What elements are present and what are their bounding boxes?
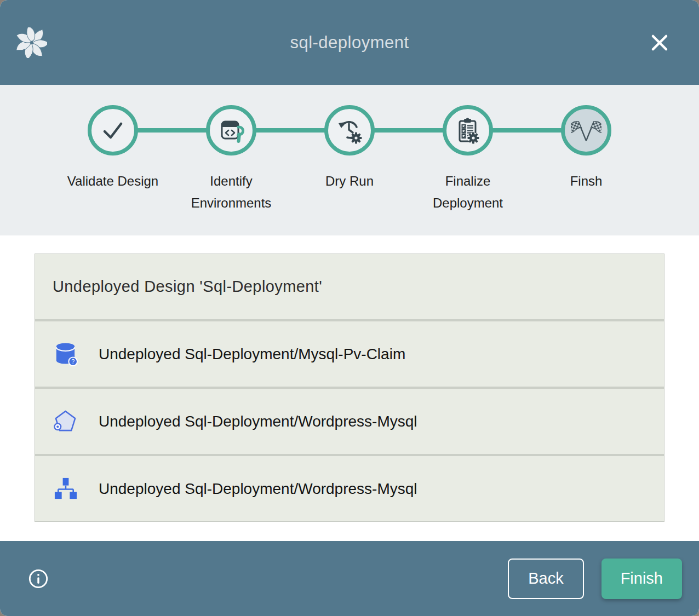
deployment-wizard-modal: sql-deployment Validate Design	[0, 0, 699, 616]
step-label: Validate Design	[67, 170, 158, 192]
persistent-volume-claim-icon: ?	[53, 341, 78, 367]
result-text: Undeployed Sql-Deployment/Wordpress-Mysq…	[99, 413, 417, 430]
step-label: Finsh	[570, 170, 603, 192]
code-window-wrench-icon	[217, 117, 245, 144]
question-badge: ?	[71, 358, 75, 365]
step-circle	[324, 105, 375, 156]
step-validate-design: Validate Design	[54, 105, 172, 214]
step-circle	[443, 105, 493, 156]
step-circle	[206, 105, 256, 156]
result-row-pod: Undeployed Sql-Deployment/Wordpress-Mysq…	[35, 389, 664, 454]
result-text: Undeployed Sql-Deployment/Mysql-Pv-Claim	[99, 346, 405, 363]
info-button[interactable]	[27, 568, 49, 590]
step-label: Identify Environments	[183, 170, 279, 214]
back-button[interactable]: Back	[508, 559, 583, 599]
close-icon	[650, 33, 669, 53]
modal-footer: Back Finish	[0, 541, 699, 616]
result-row-deployment: Undeployed Sql-Deployment/Wordpress-Mysq…	[35, 456, 664, 521]
step-finish: Finsh	[527, 105, 645, 214]
result-row-pv-claim: ? Undeployed Sql-Deployment/Mysql-Pv-Cla…	[35, 321, 664, 387]
modal-title: sql-deployment	[290, 33, 409, 53]
step-identify-environments: Identify Environments	[172, 105, 290, 214]
sync-gear-icon	[335, 116, 364, 145]
result-text: Undeployed Design 'Sql-Deployment'	[53, 278, 322, 296]
deployment-stepper: Validate Design Identify Environments	[0, 85, 699, 235]
deployment-results-list: Undeployed Design 'Sql-Deployment' ? Und…	[35, 254, 664, 522]
step-label: Dry Run	[325, 170, 374, 192]
race-flags-icon	[571, 115, 601, 146]
modal-header: sql-deployment	[0, 0, 699, 85]
step-label: Finalize Deployment	[420, 170, 516, 214]
finish-button[interactable]: Finish	[601, 559, 682, 599]
step-circle	[88, 105, 138, 156]
pod-icon	[53, 408, 78, 434]
info-icon	[28, 568, 49, 589]
meshery-logo-icon	[16, 27, 47, 58]
results-panel: Undeployed Design 'Sql-Deployment' ? Und…	[0, 235, 699, 541]
result-text: Undeployed Sql-Deployment/Wordpress-Mysq…	[99, 480, 417, 498]
clipboard-gear-icon	[454, 116, 482, 145]
step-circle	[561, 105, 611, 156]
step-finalize-deployment: Finalize Deployment	[409, 105, 527, 214]
result-row-design: Undeployed Design 'Sql-Deployment'	[35, 254, 664, 319]
close-button[interactable]	[649, 32, 671, 54]
check-icon	[99, 117, 127, 144]
deployment-icon	[53, 476, 78, 502]
step-dry-run: Dry Run	[290, 105, 409, 214]
